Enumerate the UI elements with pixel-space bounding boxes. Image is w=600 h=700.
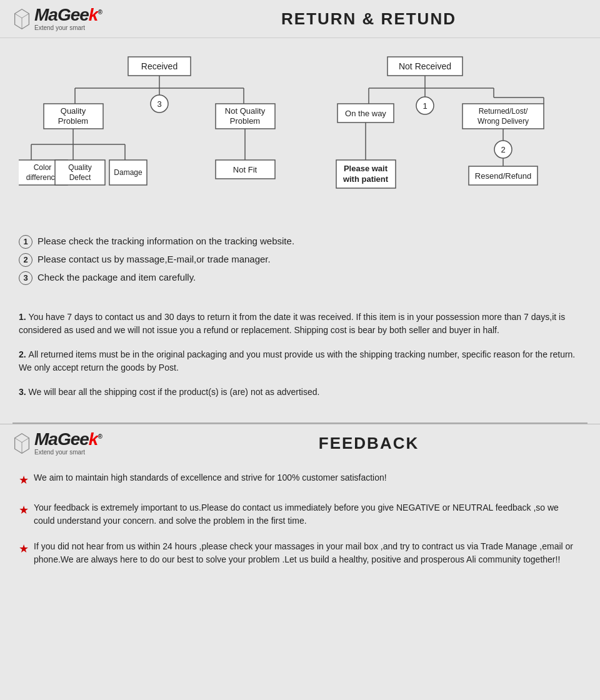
policy-num-2: 2. [19,349,29,359]
star-icon-1: ★ [19,472,29,489]
svg-text:Quality: Quality [61,106,86,116]
feedback-item-1: ★ We aim to maintain high standards of e… [19,471,581,489]
policy-item-3: 3. We will bear all the shipping cost if… [19,386,581,399]
policy-item-1: 1. You have 7 days to contact us and 30 … [19,311,581,337]
logo-container: MaGeek® Extend your smart [12,6,102,31]
feedback-item-3: ★ If you did not hear from us within 24 … [19,540,581,566]
svg-text:with patient: with patient [342,174,389,184]
page: MaGeek® Extend your smart RETURN & RETUN… [0,0,600,700]
svg-text:Damage: Damage [114,168,142,177]
legend-item-1: 1 Please check the tracking information … [19,234,581,249]
policy-item-2: 2. All returned items must be in the ori… [19,348,581,374]
policy-text-3: We will bear all the shipping cost if th… [29,387,320,397]
feedback-logo-area: MaGeek® Extend your smart [12,431,150,456]
star-icon-2: ★ [19,502,29,519]
policy-num-3: 3. [19,387,29,397]
svg-text:Not  Received: Not Received [399,61,451,71]
feedback-logo-brand: MaGeek® [34,431,102,448]
svg-text:Please wait: Please wait [344,164,388,173]
feedback-text-1: We aim to maintain high standards of exc… [34,471,387,484]
legend-text-3: Check the package and item carefully. [38,271,196,284]
feedback-text-2: Your feedback is extremely important to … [34,501,581,528]
svg-text:On the way: On the way [345,109,386,118]
svg-text:difference: difference [26,173,59,182]
logo-area: MaGeek® Extend your smart [12,6,150,31]
svg-text:Returned/Lost/: Returned/Lost/ [479,107,528,116]
legend-item-3: 3 Check the package and item carefully. [19,271,581,285]
svg-line-63 [15,438,22,442]
feedback-header: MaGeek® Extend your smart FEEDBACK [0,424,600,462]
svg-text:Problem: Problem [58,116,88,126]
feedback-text-3: If you did not hear from us within 24 ho… [34,540,581,566]
svg-text:Color: Color [34,163,52,172]
feedback-logo-icon [12,432,31,454]
logo-icon [12,8,31,30]
svg-text:1: 1 [422,101,427,111]
policy-text-1: You have 7 days to contact us and 30 day… [19,312,565,335]
feedback-logo-text: MaGeek® Extend your smart [34,431,102,456]
legend-section: 1 Please check the tracking information … [0,228,600,301]
policy-text-2: All returned items must be in the origin… [19,349,575,372]
flowchart-section: Received 3 Quality Problem Not Quality P… [0,38,600,228]
legend-num-1: 1 [19,235,32,249]
feedback-item-2: ★ Your feedback is extremely important t… [19,501,581,528]
svg-text:Resend/Refund: Resend/Refund [475,171,531,181]
svg-text:Problem: Problem [230,116,260,126]
policy-num-1: 1. [19,312,29,322]
svg-text:Not Quality: Not Quality [225,106,266,116]
legend-text-1: Please check the tracking information on… [38,234,294,248]
svg-line-2 [22,13,29,18]
policy-section: 1. You have 7 days to contact us and 30 … [0,301,600,422]
svg-text:2: 2 [501,145,505,154]
svg-text:Quality: Quality [68,163,91,172]
legend-text-2: Please contact us by massage,E-mail,or t… [38,252,271,266]
svg-text:Defect: Defect [69,173,91,182]
logo-brand: MaGeek® [34,6,102,24]
svg-line-1 [15,13,22,18]
svg-text:Wrong Delivery: Wrong Delivery [478,117,529,126]
feedback-section: ★ We aim to maintain high standards of e… [0,462,600,588]
return-header: MaGeek® Extend your smart RETURN & RETUN… [0,0,600,38]
svg-text:3: 3 [157,99,161,109]
feedback-logo-container: MaGeek® Extend your smart [12,431,102,456]
flowchart-svg: Received 3 Quality Problem Not Quality P… [19,51,581,213]
logo-text-group: MaGeek® Extend your smart [34,6,102,31]
return-title: RETURN & RETUND [150,9,588,29]
svg-text:Received: Received [141,61,178,71]
legend-num-3: 3 [19,271,32,285]
legend-num-2: 2 [19,253,32,267]
legend-item-2: 2 Please contact us by massage,E-mail,or… [19,252,581,267]
star-icon-3: ★ [19,541,29,558]
logo-tagline: Extend your smart [34,24,102,31]
feedback-logo-tagline: Extend your smart [34,449,102,456]
feedback-title: FEEDBACK [150,434,588,453]
svg-line-64 [22,438,29,442]
svg-text:Not Fit: Not Fit [233,165,258,174]
